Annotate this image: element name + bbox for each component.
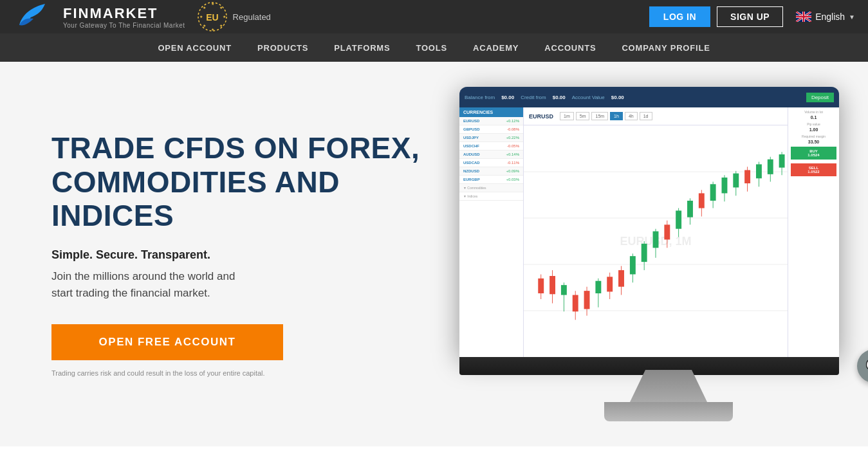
price-chart: EURUSD, 1M (524, 125, 788, 357)
svg-rect-50 (687, 201, 693, 217)
eu-stars-icon: EU ★ ★ ★ ★ ★ ★ ★ ★ (197, 1, 228, 32)
language-selector[interactable]: English ▼ (796, 12, 855, 22)
tab-1d[interactable]: 1d (640, 112, 652, 120)
svg-rect-28 (561, 285, 567, 295)
signup-button[interactable]: SIGN UP (717, 6, 783, 27)
top-bar-right: LOG IN SIGN UP English ▼ (649, 6, 855, 27)
brand-tagline: Your Gateway To The Financial Market (63, 22, 185, 29)
logo-text: FINMARKET Your Gateway To The Financial … (63, 5, 185, 29)
svg-rect-48 (676, 210, 681, 228)
svg-rect-54 (710, 184, 716, 201)
chart-instrument-title: EURUSD (529, 113, 553, 120)
svg-rect-34 (595, 281, 601, 293)
eu-badge: EU ★ ★ ★ ★ ★ ★ ★ ★ Regulated (197, 1, 271, 32)
svg-text:★: ★ (202, 24, 205, 28)
svg-rect-30 (573, 295, 578, 312)
credit-value: $0.00 (553, 95, 566, 100)
account-value: $0.00 (611, 95, 624, 100)
svg-rect-36 (607, 277, 613, 291)
monitor-screen: Balance from $0.00 Credit from $0.00 Acc… (459, 87, 839, 357)
svg-text:★: ★ (210, 28, 214, 32)
trading-main-area: CURRENCIES EURUSD +0.12% GBPUSD -0.08% U… (459, 107, 839, 357)
svg-text:★: ★ (202, 6, 205, 10)
language-label: English (815, 12, 845, 22)
chat-button[interactable]: 💬 (857, 349, 868, 383)
deposit-button[interactable]: Deposit (806, 93, 834, 102)
volume-label: Volume in lot (791, 110, 836, 114)
nav-company-profile[interactable]: COMPANY PROFILE (622, 41, 710, 55)
required-margin-value: 33.50 (791, 140, 836, 144)
sidebar-header: CURRENCIES (459, 107, 523, 117)
nav-platforms[interactable]: PLATFORMS (334, 41, 390, 55)
svg-rect-40 (630, 256, 636, 274)
hero-content: TRADE CFDS ON FOREX, COMMODITIES AND IND… (0, 118, 477, 390)
trading-chart-area: EURUSD 1m 5m 15m 1h 4h 1d (524, 107, 788, 357)
disclaimer-text: Trading carries risk and could result in… (51, 369, 426, 377)
buy-button[interactable]: BUY1.0524 (791, 147, 836, 160)
nav-academy[interactable]: ACADEMY (473, 41, 519, 55)
svg-text:★: ★ (219, 6, 222, 10)
svg-text:★: ★ (219, 24, 222, 28)
chart-timeframe-tabs: 1m 5m 15m 1h 4h 1d (560, 112, 652, 120)
monitor-stand (604, 402, 733, 421)
svg-rect-46 (664, 225, 670, 239)
svg-rect-52 (699, 193, 705, 208)
svg-text:★: ★ (210, 2, 214, 6)
pip-value: 1.00 (791, 127, 836, 132)
chat-icon: 💬 (865, 358, 869, 374)
credit-label: Credit from (521, 95, 546, 100)
nav-products[interactable]: PRODUCTS (257, 41, 308, 55)
chevron-down-icon: ▼ (849, 14, 855, 21)
svg-text:★: ★ (222, 15, 225, 19)
chart-header: EURUSD 1m 5m 15m 1h 4h 1d (524, 107, 788, 125)
bird-logo-icon (13, 1, 51, 33)
svg-rect-32 (584, 291, 590, 309)
regulated-label: Regulated (233, 12, 271, 22)
tab-1m[interactable]: 1m (560, 112, 574, 120)
tab-15m[interactable]: 15m (591, 112, 608, 120)
hero-description: Join the millions around the world andst… (51, 268, 426, 301)
volume-value: 0.1 (791, 115, 836, 120)
candlestick-chart-svg: 1.0600 1.0550 1.0500 1.0450 (524, 125, 788, 357)
svg-rect-64 (768, 160, 773, 174)
nav-accounts[interactable]: ACCOUNTS (544, 41, 596, 55)
svg-rect-66 (779, 154, 785, 168)
balance-value: $0.00 (501, 95, 514, 100)
nav-open-account[interactable]: OPEN ACCOUNT (158, 41, 232, 55)
login-button[interactable]: LOG IN (649, 6, 710, 27)
nav-tools[interactable]: TOOLS (416, 41, 447, 55)
navigation-bar: OPEN ACCOUNT PRODUCTS PLATFORMS TOOLS AC… (0, 33, 868, 62)
top-bar: FINMARKET Your Gateway To The Financial … (0, 0, 868, 33)
flag-icon (796, 12, 811, 22)
logo-area: FINMARKET Your Gateway To The Financial … (13, 1, 271, 33)
monitor: Balance from $0.00 Credit from $0.00 Acc… (459, 87, 868, 421)
hero-section: TRADE CFDS ON FOREX, COMMODITIES AND IND… (0, 62, 868, 446)
svg-rect-44 (653, 232, 659, 248)
hero-monitor-image: Balance from $0.00 Credit from $0.00 Acc… (450, 62, 868, 446)
sell-button[interactable]: SELL1.0522 (791, 163, 836, 176)
svg-rect-62 (756, 164, 762, 178)
tab-5m[interactable]: 5m (576, 112, 590, 120)
open-account-button[interactable]: OPEN FREE ACCOUNT (51, 324, 283, 360)
brand-name: FINMARKET (63, 5, 185, 22)
trading-platform-ui: Balance from $0.00 Credit from $0.00 Acc… (459, 87, 839, 357)
svg-rect-38 (618, 270, 624, 287)
svg-rect-60 (744, 170, 750, 183)
svg-rect-42 (642, 244, 647, 262)
tab-4h[interactable]: 4h (625, 112, 638, 120)
svg-rect-56 (722, 178, 728, 193)
pip-value-label: Pip value (791, 122, 836, 126)
required-margin-label: Required margin (791, 134, 836, 138)
svg-text:★: ★ (199, 15, 202, 19)
tab-1h[interactable]: 1h (610, 112, 623, 120)
trading-right-panel: Volume in lot 0.1 Pip value 1.00 Require… (788, 107, 839, 357)
balance-label: Balance from (465, 95, 495, 100)
svg-rect-24 (538, 279, 544, 293)
svg-rect-26 (549, 276, 555, 294)
hero-title: TRADE CFDS ON FOREX, COMMODITIES AND IND… (51, 131, 426, 234)
account-value-label: Account Value (572, 95, 605, 100)
svg-rect-58 (733, 174, 739, 188)
trading-topbar: Balance from $0.00 Credit from $0.00 Acc… (459, 87, 839, 107)
svg-text:EU: EU (206, 12, 218, 23)
hero-subtitle: Simple. Secure. Transparent. (51, 248, 426, 262)
